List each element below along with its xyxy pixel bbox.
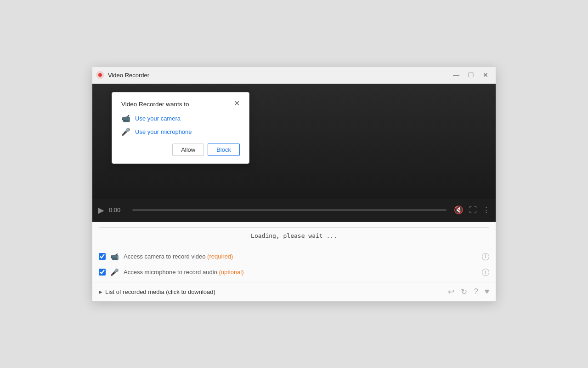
camera-option-icon: 📹 bbox=[110, 253, 119, 261]
permission-dialog: Video Recorder wants to ✕ 📹 Use your cam… bbox=[112, 92, 249, 164]
block-button[interactable]: Block bbox=[208, 144, 240, 156]
minimize-button[interactable]: — bbox=[450, 69, 463, 80]
video-time: 0:00 bbox=[109, 207, 125, 213]
play-button[interactable]: ▶ bbox=[98, 205, 104, 215]
camera-icon: 📹 bbox=[121, 114, 130, 123]
allow-button[interactable]: Allow bbox=[172, 144, 204, 156]
dialog-title: Video Recorder wants to bbox=[121, 100, 189, 108]
mic-option-label: Access microphone to record audio (optio… bbox=[124, 269, 477, 276]
window-controls: — ☐ ✕ bbox=[450, 69, 492, 80]
media-list-label: List of recorded media (click to downloa… bbox=[105, 288, 215, 295]
title-bar: Video Recorder — ☐ ✕ bbox=[92, 67, 496, 84]
dialog-actions: Allow Block bbox=[121, 144, 240, 156]
main-window: Video Recorder — ☐ ✕ Video Recorder want… bbox=[92, 67, 496, 302]
mic-option-text: Access microphone to record audio (optio… bbox=[124, 269, 244, 276]
loading-text: Loading, please wait ... bbox=[251, 232, 337, 239]
mic-info-icon[interactable]: i bbox=[482, 269, 489, 276]
loading-bar: Loading, please wait ... bbox=[99, 227, 489, 244]
camera-permission-text: Use your camera bbox=[135, 115, 181, 122]
video-main: Video Recorder wants to ✕ 📹 Use your cam… bbox=[92, 84, 496, 199]
video-controls: ▶ 0:00 🔇 ⛶ ⋮ bbox=[92, 199, 496, 222]
dialog-close-button[interactable]: ✕ bbox=[234, 100, 240, 107]
mic-icon: 🎤 bbox=[121, 127, 130, 136]
app-icon bbox=[96, 71, 104, 79]
maximize-button[interactable]: ☐ bbox=[464, 69, 477, 80]
refresh-icon[interactable]: ↻ bbox=[461, 287, 467, 297]
video-right-controls: 🔇 ⛶ ⋮ bbox=[454, 205, 490, 215]
video-area: Video Recorder wants to ✕ 📹 Use your cam… bbox=[92, 84, 496, 222]
mute-icon[interactable]: 🔇 bbox=[454, 205, 464, 215]
mic-option-row: 🎤 Access microphone to record audio (opt… bbox=[92, 264, 496, 280]
share-icon[interactable]: ↩ bbox=[448, 287, 454, 297]
fullscreen-icon[interactable]: ⛶ bbox=[469, 206, 477, 215]
media-list-arrow-icon: ▶ bbox=[99, 289, 102, 294]
camera-option-row: 📹 Access camera to record video (require… bbox=[92, 249, 496, 264]
mic-permission-item: 🎤 Use your microphone bbox=[121, 127, 240, 136]
close-button[interactable]: ✕ bbox=[479, 69, 492, 80]
camera-checkbox[interactable] bbox=[99, 253, 106, 260]
dialog-header: Video Recorder wants to ✕ bbox=[121, 100, 240, 108]
mic-permission-text: Use your microphone bbox=[135, 128, 192, 135]
media-list-icons: ↩ ↻ ? ♥ bbox=[448, 287, 489, 297]
camera-info-icon[interactable]: i bbox=[482, 253, 489, 260]
camera-option-text: Access camera to record video (required) bbox=[124, 253, 233, 260]
camera-permission-item: 📹 Use your camera bbox=[121, 114, 240, 123]
mic-checkbox[interactable] bbox=[99, 269, 106, 276]
mic-option-icon: 🎤 bbox=[110, 268, 119, 276]
bottom-panel: Loading, please wait ... 📹 Access camera… bbox=[92, 222, 496, 301]
camera-option-label: Access camera to record video (required) bbox=[124, 253, 477, 260]
svg-point-1 bbox=[98, 73, 102, 77]
media-list-row: ▶ List of recorded media (click to downl… bbox=[92, 282, 496, 301]
help-icon[interactable]: ? bbox=[474, 287, 478, 296]
media-list-toggle[interactable]: ▶ List of recorded media (click to downl… bbox=[99, 288, 448, 295]
favorite-icon[interactable]: ♥ bbox=[485, 287, 489, 296]
progress-bar[interactable] bbox=[132, 209, 447, 211]
more-options-icon[interactable]: ⋮ bbox=[482, 205, 490, 215]
window-title: Video Recorder bbox=[108, 72, 450, 79]
